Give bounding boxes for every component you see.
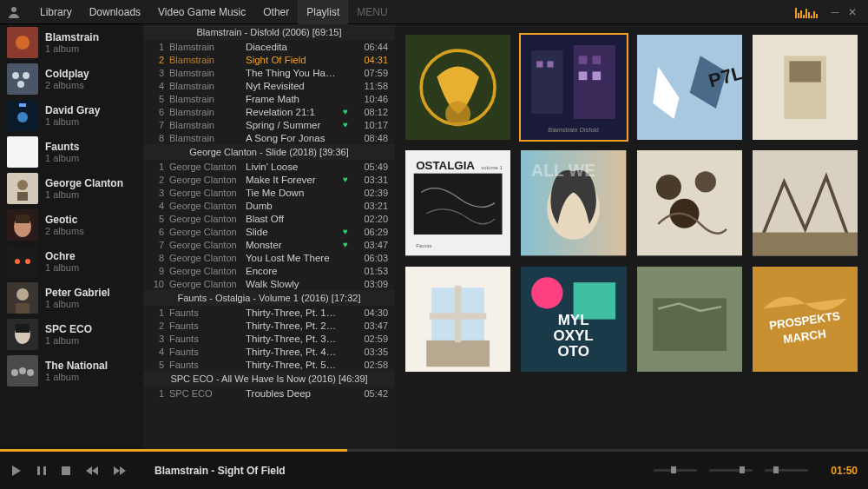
svg-point-19 bbox=[25, 259, 30, 264]
artist-row[interactable]: David Gray 1 album bbox=[0, 97, 143, 134]
pause-button[interactable] bbox=[36, 466, 47, 476]
player-bar: Blamstrain - Sight Of Field 01:50 bbox=[0, 449, 868, 489]
track-row[interactable]: 7 George Clanton Monster ♥ 03:47 bbox=[143, 238, 395, 251]
track-title: The Thing You Hate Me Fo... bbox=[246, 68, 338, 78]
artist-album-count: 1 album bbox=[45, 153, 79, 163]
heart-icon[interactable]: ♥ bbox=[343, 107, 353, 116]
artist-album-count: 2 albums bbox=[45, 226, 84, 236]
track-row[interactable]: 3 Blamstrain The Thing You Hate Me Fo...… bbox=[143, 66, 395, 79]
svg-text:OTO: OTO bbox=[558, 343, 589, 360]
prev-button[interactable] bbox=[85, 466, 99, 476]
time-display: 01:50 bbox=[831, 465, 858, 477]
menu-button[interactable]: MENU bbox=[348, 0, 396, 24]
artist-album-count: 1 album bbox=[45, 299, 110, 309]
track-row[interactable]: 4 Blamstrain Nyt Revisited 11:58 bbox=[143, 79, 395, 92]
track-duration: 03:47 bbox=[358, 320, 388, 331]
album-cover[interactable] bbox=[753, 150, 858, 255]
album-cover[interactable] bbox=[753, 35, 858, 140]
track-row[interactable]: 8 George Clanton You Lost Me There 06:03 bbox=[143, 251, 395, 264]
album-cover[interactable] bbox=[405, 267, 510, 372]
track-title: Thirty-Three, Pt. 3: Trauma bbox=[246, 334, 338, 344]
track-row[interactable]: 7 Blamstrain Spring / Summer ♥ 10:17 bbox=[143, 118, 395, 131]
track-row[interactable]: 3 Faunts Thirty-Three, Pt. 3: Trauma 02:… bbox=[143, 332, 395, 345]
artist-row[interactable]: Geotic 2 albums bbox=[0, 207, 143, 243]
seek-slider[interactable] bbox=[765, 469, 808, 472]
track-artist: SPC ECO bbox=[169, 388, 240, 399]
artist-row[interactable]: Faunts 1 album bbox=[0, 134, 143, 170]
close-button[interactable]: ✕ bbox=[844, 6, 861, 18]
track-row[interactable]: 10 George Clanton Walk Slowly 03:09 bbox=[143, 277, 395, 290]
track-row[interactable]: 9 George Clanton Encore 01:53 bbox=[143, 264, 395, 277]
tab-downloads[interactable]: Downloads bbox=[81, 0, 149, 24]
track-row[interactable]: 5 Blamstrain Frame Math 10:46 bbox=[143, 92, 395, 105]
track-row[interactable]: 2 Faunts Thirty-Three, Pt. 2: Remembera.… bbox=[143, 319, 395, 332]
next-button[interactable] bbox=[113, 466, 127, 476]
svg-text:Faunts: Faunts bbox=[416, 243, 432, 248]
album-cover[interactable]: ALL WE bbox=[521, 150, 626, 255]
artist-row[interactable]: Ochre 1 album bbox=[0, 243, 143, 280]
track-row[interactable]: 6 George Clanton Slide ♥ 06:29 bbox=[143, 225, 395, 238]
track-title: Dumb bbox=[246, 201, 338, 211]
track-title: Thirty-Three, Pt. 2: Remembera... bbox=[246, 320, 338, 331]
track-number: 3 bbox=[150, 188, 164, 198]
artist-row[interactable]: George Clanton 1 album bbox=[0, 170, 143, 207]
tab-video-game-music[interactable]: Video Game Music bbox=[149, 0, 254, 24]
svg-rect-37 bbox=[593, 56, 602, 64]
album-cover[interactable] bbox=[637, 150, 742, 255]
track-number: 2 bbox=[150, 55, 164, 65]
heart-icon[interactable]: ♥ bbox=[343, 120, 353, 129]
album-cover[interactable]: OSTALGIAvolume 1Faunts bbox=[405, 150, 510, 255]
stop-button[interactable] bbox=[61, 466, 71, 476]
play-button[interactable] bbox=[10, 465, 23, 477]
balance-slider[interactable] bbox=[654, 469, 697, 472]
track-row[interactable]: 1 Faunts Thirty-Three, Pt. 1: Departure … bbox=[143, 306, 395, 319]
track-row[interactable]: 1 Blamstrain Diacedita 06:44 bbox=[143, 40, 395, 53]
artist-thumbnail bbox=[7, 355, 38, 387]
artist-row[interactable]: Blamstrain 1 album bbox=[0, 24, 143, 61]
equalizer-icon[interactable] bbox=[795, 6, 818, 18]
heart-icon[interactable]: ♥ bbox=[343, 175, 353, 184]
track-row[interactable]: 3 George Clanton Tie Me Down 02:39 bbox=[143, 186, 395, 199]
heart-icon[interactable]: ♥ bbox=[343, 240, 353, 249]
track-duration: 06:03 bbox=[358, 253, 388, 263]
svg-text:OSTALGIA: OSTALGIA bbox=[416, 159, 475, 172]
minimize-button[interactable]: ─ bbox=[826, 6, 844, 18]
artist-row[interactable]: SPC ECO 1 album bbox=[0, 316, 143, 353]
album-cover[interactable]: MYLOXYLOTO bbox=[521, 267, 626, 372]
artist-row[interactable]: The National 1 album bbox=[0, 353, 143, 389]
track-number: 6 bbox=[150, 107, 164, 117]
tab-library[interactable]: Library bbox=[31, 0, 81, 24]
tab-playlist[interactable]: Playlist bbox=[298, 0, 348, 24]
album-cover[interactable]: P7L bbox=[637, 35, 742, 140]
album-cover[interactable] bbox=[637, 267, 742, 372]
artist-name: Peter Gabriel bbox=[45, 287, 110, 299]
track-row[interactable]: 2 Blamstrain Sight Of Field 04:31 bbox=[143, 53, 395, 66]
user-icon[interactable] bbox=[7, 5, 21, 19]
tab-other[interactable]: Other bbox=[254, 0, 298, 24]
track-duration: 03:35 bbox=[358, 347, 388, 357]
track-row[interactable]: 5 George Clanton Blast Off 02:20 bbox=[143, 212, 395, 225]
artist-row[interactable]: Coldplay 2 albums bbox=[0, 61, 143, 97]
svg-rect-81 bbox=[62, 466, 70, 475]
track-row[interactable]: 6 Blamstrain Revelation 21:1 ♥ 08:12 bbox=[143, 105, 395, 118]
volume-slider[interactable] bbox=[709, 469, 753, 472]
track-row[interactable]: 5 Faunts Thirty-Three, Pt. 5: Arrival 02… bbox=[143, 358, 395, 371]
track-row[interactable]: 4 Faunts Thirty-Three, Pt. 4: Forgotten … bbox=[143, 345, 395, 358]
track-title: Sight Of Field bbox=[246, 55, 338, 65]
track-row[interactable]: 2 George Clanton Make It Forever ♥ 03:31 bbox=[143, 173, 395, 186]
album-cover[interactable]: PROSPEKTSMARCH bbox=[753, 267, 858, 372]
svg-rect-39 bbox=[593, 71, 602, 80]
album-cover[interactable] bbox=[405, 35, 510, 140]
progress-bar[interactable] bbox=[0, 449, 868, 452]
artist-row[interactable]: Peter Gabriel 1 album bbox=[0, 280, 143, 316]
track-duration: 02:59 bbox=[358, 334, 388, 344]
track-row[interactable]: 4 George Clanton Dumb 03:21 bbox=[143, 199, 395, 212]
heart-icon[interactable]: ♥ bbox=[343, 227, 353, 236]
track-duration: 02:20 bbox=[358, 214, 388, 224]
artist-album-count: 1 album bbox=[45, 189, 123, 200]
track-row[interactable]: 1 George Clanton Livin' Loose 05:49 bbox=[143, 160, 395, 173]
track-row[interactable]: 1 SPC ECO Troubles Deep 05:42 bbox=[143, 387, 395, 400]
track-row[interactable]: 8 Blamstrain A Song For Jonas 08:48 bbox=[143, 131, 395, 144]
track-artist: Faunts bbox=[169, 334, 240, 344]
album-cover[interactable]: Blamstrain Disfold bbox=[521, 35, 626, 140]
